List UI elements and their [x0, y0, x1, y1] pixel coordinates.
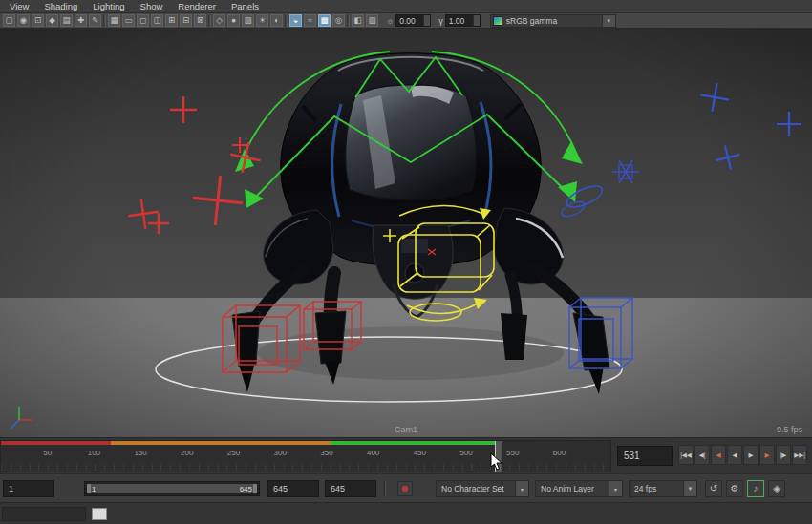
range-slider[interactable]: 1 645: [84, 481, 260, 496]
go-to-start-button[interactable]: |◀◀: [678, 445, 694, 465]
command-line-bar: [0, 502, 812, 524]
pan-zoom-icon[interactable]: ✚: [75, 14, 87, 27]
maya-window: ViewShadingLightingShowRendererPanels ▢◉…: [0, 0, 812, 524]
x-ray-icon[interactable]: ▧: [366, 14, 378, 27]
toolbar-separator-4[interactable]: [347, 15, 350, 27]
step-forward-frame-button[interactable]: |▶: [776, 445, 791, 465]
image-plane-icon[interactable]: ▤: [60, 14, 73, 27]
bookmarks-icon[interactable]: ◆: [46, 14, 58, 27]
timeline-tick: 500: [459, 449, 472, 457]
timeline-tick: 450: [414, 449, 426, 457]
lights-icon[interactable]: ☀: [256, 14, 268, 27]
menu-item[interactable]: Renderer: [178, 1, 216, 11]
menu-item[interactable]: Panels: [231, 1, 259, 11]
gamma-field[interactable]: 1.00: [445, 14, 481, 27]
safe-action-icon[interactable]: ⊟: [180, 14, 192, 27]
divider: [384, 480, 386, 497]
motion-blur-icon[interactable]: ≈: [304, 14, 316, 27]
shadows-icon[interactable]: ◐: [270, 14, 283, 27]
character-set-dropdown[interactable]: No Character Set ▾: [436, 480, 529, 497]
exposure-field[interactable]: 0.00: [395, 14, 431, 27]
toolbar-separator-1[interactable]: [103, 15, 106, 27]
step-forward-key-button[interactable]: ▶: [759, 445, 775, 465]
grid-icon[interactable]: ▦: [108, 14, 120, 27]
character-set-value: No Character Set: [441, 484, 504, 493]
menu-item[interactable]: View: [10, 1, 29, 11]
step-back-key-button[interactable]: ◀: [711, 445, 726, 465]
chevron-down-icon[interactable]: ▼: [602, 15, 615, 27]
toolbar-separator-3[interactable]: [285, 15, 288, 27]
play-backward-button[interactable]: ◀: [727, 445, 742, 465]
go-to-end-button[interactable]: ▶▶|: [792, 445, 807, 465]
toolbar-separator-2[interactable]: [208, 15, 211, 27]
safe-title-icon[interactable]: ⊠: [194, 14, 206, 27]
camera-attributes-icon[interactable]: ⊡: [32, 14, 44, 27]
range-slider-handle[interactable]: [87, 484, 257, 493]
current-frame-field[interactable]: 531: [617, 446, 673, 466]
fps-label: 9.5 fps: [777, 425, 802, 434]
time-slider[interactable]: 50100150200250300350400450500550600: [0, 440, 611, 472]
gamma-slider-handle[interactable]: [473, 15, 480, 26]
view-transform-dropdown[interactable]: sRGB gamma ▼: [490, 14, 616, 28]
timeline-tick: 200: [181, 449, 193, 457]
timeline-tick: 100: [88, 449, 100, 457]
view-axis-gizmo[interactable]: [11, 407, 32, 429]
anim-settings-icon[interactable]: ◈: [768, 480, 785, 497]
screen-space-ao-icon[interactable]: ◒: [289, 14, 302, 27]
rig-red-controls[interactable]: [126, 96, 264, 234]
chevron-down-icon[interactable]: ▼: [683, 481, 696, 496]
lock-camera-icon[interactable]: ◉: [17, 14, 30, 27]
field-chart-icon[interactable]: ⊞: [165, 14, 178, 27]
isolate-select-icon[interactable]: ◧: [352, 14, 364, 27]
timeline-tick: 150: [134, 449, 146, 457]
animation-start-field[interactable]: 1: [3, 480, 54, 497]
playback-loop-icon[interactable]: ↺: [705, 480, 722, 497]
command-line-input[interactable]: [92, 508, 107, 520]
gate-mask-icon[interactable]: ◫: [151, 14, 163, 27]
timeline-tick: 600: [553, 449, 566, 457]
depth-of-field-icon[interactable]: ◎: [332, 14, 345, 27]
anim-layer-value: No Anim Layer: [541, 484, 594, 493]
audio-toggle-icon[interactable]: ♪: [747, 480, 764, 497]
textured-icon[interactable]: ▨: [242, 14, 254, 27]
color-management-icon: [493, 16, 502, 26]
resolution-gate-icon[interactable]: ◻: [137, 14, 149, 27]
range-start-value: 1: [92, 485, 96, 493]
step-back-frame-button[interactable]: ◀|: [694, 445, 710, 465]
film-gate-icon[interactable]: ▭: [122, 14, 135, 27]
timeline-ticks: 50100150200250300350400450500550600: [1, 441, 610, 472]
grease-pencil-icon[interactable]: ✎: [89, 14, 101, 27]
fps-dropdown[interactable]: 24 fps ▼: [629, 480, 697, 497]
timeline-tick: 400: [367, 449, 379, 457]
timeline-tick: 550: [506, 449, 519, 457]
menu-item[interactable]: Show: [140, 1, 163, 11]
rig-blue-controls[interactable]: [560, 81, 801, 220]
menu-item[interactable]: Lighting: [93, 1, 124, 11]
menu-item[interactable]: Shading: [44, 1, 77, 11]
viewport-3d[interactable]: Cam1 9.5 fps: [0, 29, 812, 437]
timeline-tick: 350: [320, 449, 332, 457]
command-line[interactable]: [2, 507, 86, 521]
select-camera-icon[interactable]: ▢: [3, 14, 15, 27]
exposure-slider-handle[interactable]: [423, 15, 430, 26]
fps-value: 24 fps: [634, 484, 656, 493]
anim-layer-dropdown[interactable]: No Anim Layer ▾: [535, 480, 623, 497]
multisample-icon[interactable]: ▩: [318, 14, 331, 27]
chevron-down-icon[interactable]: ▾: [515, 481, 528, 496]
timeline-tick: 250: [227, 449, 240, 457]
range-row-icons: ↺⚙♪◈: [705, 480, 785, 497]
exposure-icon: ☼: [386, 16, 394, 26]
time-slider-row: 50100150200250300350400450500550600 531 …: [0, 437, 812, 473]
wireframe-icon[interactable]: ◇: [213, 14, 225, 27]
preferences-icon[interactable]: ⚙: [726, 480, 743, 497]
range-slider-row: 1 1 645 645 645 No Character Set ▾ No An…: [0, 473, 812, 502]
viewport-toolbar: ▢◉⊡◆▤✚✎▦▭◻◫⊞⊟⊠◇●▨☀◐◒≈▩◎◧▧ ☼ 0.00 γ 1.00 …: [0, 13, 812, 29]
chevron-down-icon[interactable]: ▾: [609, 481, 622, 496]
timeline-tick: 50: [43, 449, 52, 457]
auto-key-icon[interactable]: [397, 481, 413, 496]
smooth-shade-icon[interactable]: ●: [227, 14, 240, 27]
animation-end-field[interactable]: 645: [325, 480, 376, 497]
playback-end-field[interactable]: 645: [267, 480, 319, 497]
panel-menubar: ViewShadingLightingShowRendererPanels: [0, 0, 812, 13]
play-forward-button[interactable]: ▶: [743, 445, 759, 465]
